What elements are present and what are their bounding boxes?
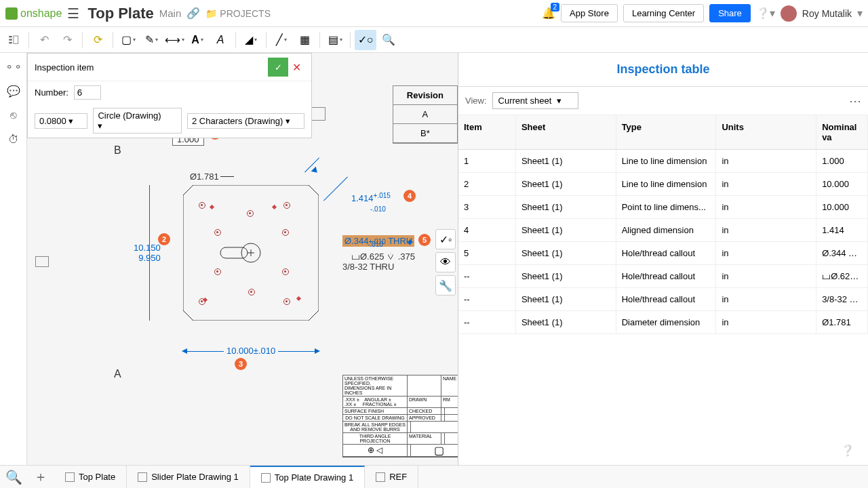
rail-comment-icon[interactable]: 💬 — [5, 83, 22, 99]
dimension[interactable]: Ø1.781 — [190, 171, 219, 182]
inspection-table-button[interactable]: 🔍 — [378, 30, 399, 50]
cell-units: in — [716, 265, 816, 287]
notifications-icon[interactable]: 🔔 2 — [542, 7, 555, 20]
svg-rect-3 — [14, 36, 18, 43]
cell-sheet: Sheet1 (1) — [516, 288, 616, 310]
link-icon[interactable]: 🔗 — [186, 7, 200, 20]
wrench-icon[interactable]: 🔧 — [435, 275, 456, 296]
cell-type: Line to line dimension — [616, 150, 717, 172]
drawing-sheet[interactable]: B A 1.000 1 Ø1.781 — [81, 107, 458, 465]
dimension[interactable]: 3/8-32 THRU — [342, 262, 394, 272]
rail-versions-icon[interactable]: ⎋ — [5, 107, 22, 123]
learning-center-button[interactable]: Learning Center — [623, 4, 704, 22]
update-button[interactable]: ⟳ — [87, 30, 108, 50]
undo-button[interactable]: ↶ — [33, 30, 55, 50]
chars-select[interactable]: 2 Characters (Drawing) ▾ — [187, 113, 304, 129]
svg-rect-1 — [9, 39, 12, 40]
branch-label[interactable]: Main — [159, 7, 182, 19]
shape-select[interactable]: Circle (Drawing) ▾ — [93, 108, 182, 134]
cell-type: Point to line dimens... — [616, 196, 717, 218]
dimension[interactable]: 10.000±.010 — [224, 346, 278, 356]
share-button[interactable]: Share — [709, 4, 751, 22]
cell-sheet: Sheet1 (1) — [516, 173, 616, 195]
cell-item: -- — [458, 311, 516, 333]
user-name[interactable]: Roy Mutalik — [802, 8, 852, 19]
tab-top-plate[interactable]: Top Plate — [54, 466, 127, 488]
expand-panel-icon[interactable] — [35, 256, 49, 267]
table-row[interactable]: --Sheet1 (1)Diameter dimensioninØ1.781 — [458, 311, 868, 334]
feature-tree-toggle[interactable] — [3, 30, 24, 50]
line-tool-button[interactable]: ╱▾ — [271, 30, 292, 50]
inspection-bubble-3[interactable]: 3 — [235, 358, 247, 370]
table-button[interactable]: ▤▾ — [324, 30, 346, 50]
inspection-bubble-4[interactable]: 4 — [403, 190, 416, 202]
svg-rect-0 — [9, 36, 12, 37]
dimension[interactable]: -.010 — [368, 241, 383, 248]
search-tabs-icon[interactable]: 🔍 — [0, 466, 27, 488]
text-button[interactable]: A — [210, 30, 231, 50]
more-icon[interactable]: ⋯ — [849, 94, 861, 108]
help-icon[interactable]: ❔▾ — [756, 7, 775, 20]
rail-connect-icon[interactable]: ⚬⚬ — [5, 58, 22, 75]
dimension-button[interactable]: ⟷▾ — [163, 30, 185, 50]
tab-ref[interactable]: REF — [365, 466, 418, 488]
datum-button[interactable]: ◢▾ — [240, 30, 262, 50]
col-item[interactable]: Item — [458, 115, 516, 149]
help-icon[interactable]: ❔ — [841, 444, 854, 457]
table-row[interactable]: 3Sheet1 (1)Point to line dimens...in10.0… — [458, 196, 868, 219]
user-avatar[interactable] — [781, 5, 797, 22]
hatch-button[interactable]: ▦ — [294, 30, 315, 50]
number-input[interactable] — [74, 85, 101, 100]
col-units[interactable]: Units — [716, 115, 816, 149]
cell-nominal: 1.000 — [816, 150, 868, 172]
table-row[interactable]: 1Sheet1 (1)Line to line dimensionin1.000 — [458, 150, 868, 173]
cell-nominal: Ø1.781 — [816, 311, 868, 333]
table-header: Item Sheet Type Units Nominal va — [458, 115, 868, 150]
confirm-button[interactable]: ✓ — [268, 58, 288, 77]
document-title[interactable]: Top Plate — [87, 5, 153, 22]
cell-type: Hole/thread callout — [616, 288, 717, 310]
view-label: View: — [465, 96, 487, 106]
dimension[interactable]: 1.414+.015 -.010 — [351, 192, 391, 214]
cell-item: -- — [458, 265, 516, 287]
add-tab-button[interactable]: ＋ — [27, 466, 54, 488]
tolerance-select[interactable]: 0.0800 ▾ — [35, 113, 87, 129]
dimension[interactable]: 10.150 9.950 — [134, 243, 161, 263]
projects-folder[interactable]: 📁 PROJECTS — [205, 8, 271, 19]
logo[interactable]: onshape — [5, 7, 62, 20]
menu-icon[interactable]: ☰ — [67, 5, 79, 22]
table-row[interactable]: 5Sheet1 (1)Hole/thread calloutinØ.344 TH… — [458, 242, 868, 265]
table-row[interactable]: 4Sheet1 (1)Aligned dimensionin1.414 — [458, 219, 868, 242]
cell-sheet: Sheet1 (1) — [516, 311, 616, 333]
cell-type: Line to line dimension — [616, 173, 717, 195]
cell-units: in — [716, 150, 816, 172]
col-sheet[interactable]: Sheet — [516, 115, 616, 149]
dimension[interactable]: ⌴Ø.625 ⩒ .375 — [351, 251, 415, 262]
note-button[interactable]: A▾ — [186, 30, 208, 50]
redo-button[interactable]: ↷ — [56, 30, 78, 50]
insert-view-button[interactable]: ▢▾ — [117, 30, 139, 50]
inspection-ribbon-icon[interactable]: ✓◦ — [435, 229, 456, 249]
col-nominal[interactable]: Nominal va — [816, 115, 868, 149]
sketch-tool-button[interactable]: ✎▾ — [140, 30, 162, 50]
user-dropdown-icon[interactable]: ▾ — [857, 7, 863, 20]
inspection-button[interactable]: ✓○ — [355, 30, 376, 50]
rail-history-icon[interactable]: ⏱ — [5, 131, 22, 148]
drawing-canvas[interactable]: Inspection item ✓ ✕ Number: 0.0800 ▾ Cir… — [27, 53, 458, 465]
inspection-bubble-2[interactable]: 2 — [158, 233, 170, 245]
cell-units: in — [716, 311, 816, 333]
view-select[interactable]: Current sheet ▾ — [492, 92, 578, 109]
table-row[interactable]: --Sheet1 (1)Hole/thread calloutin⌴Ø.625 … — [458, 265, 868, 288]
cell-item: 4 — [458, 219, 516, 241]
tab-top-plate-drawing[interactable]: Top Plate Drawing 1 — [250, 466, 365, 488]
table-row[interactable]: 2Sheet1 (1)Line to line dimensionin10.00… — [458, 173, 868, 196]
inspection-bubble-5[interactable]: 5 — [418, 234, 431, 246]
tab-slider-drawing[interactable]: Slider Plate Drawing 1 — [127, 466, 250, 488]
cancel-button[interactable]: ✕ — [288, 58, 304, 77]
hide-icon[interactable]: 👁 — [435, 252, 456, 272]
sheet-format-icon[interactable]: ▢ — [434, 444, 444, 457]
app-store-button[interactable]: App Store — [561, 4, 618, 22]
table-row[interactable]: --Sheet1 (1)Hole/thread calloutin3/8-32 … — [458, 288, 868, 311]
cell-nominal: 10.000 — [816, 173, 868, 195]
col-type[interactable]: Type — [616, 115, 717, 149]
